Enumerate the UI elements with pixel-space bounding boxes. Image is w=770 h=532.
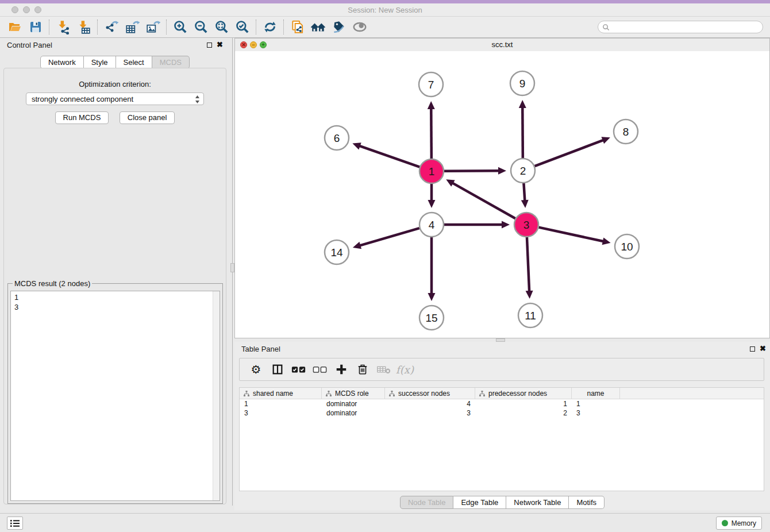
- show-all-views-button[interactable]: [308, 18, 329, 36]
- close-panel-button[interactable]: Close panel: [120, 111, 175, 124]
- graph-node-4[interactable]: 4: [419, 213, 444, 237]
- graph-edge-1-6[interactable]: [352, 142, 419, 167]
- eye-icon: [352, 20, 368, 34]
- control-panel: Control Panel ✖ Network Style Select MCD…: [0, 38, 230, 506]
- column-header[interactable]: predecessor nodes: [475, 388, 572, 399]
- column-header[interactable]: name: [572, 388, 620, 399]
- refresh-layout-button[interactable]: [260, 18, 280, 36]
- export-table-button[interactable]: [122, 18, 143, 36]
- trash-icon: [356, 363, 369, 376]
- tab-network-table[interactable]: Network Table: [506, 496, 569, 509]
- close-table-panel-icon[interactable]: ✖: [760, 344, 766, 353]
- graph-node-2[interactable]: 2: [511, 159, 535, 183]
- float-panel-icon[interactable]: [207, 43, 212, 48]
- graph-node-1[interactable]: 1: [419, 159, 444, 183]
- graph-node-3[interactable]: 3: [514, 213, 538, 237]
- control-panel-title: Control Panel: [7, 41, 52, 49]
- delete-column-button[interactable]: [352, 360, 373, 379]
- graph-node-15[interactable]: 15: [419, 306, 444, 330]
- select-all-columns-button[interactable]: [288, 360, 309, 379]
- graph-node-9[interactable]: 9: [510, 71, 534, 95]
- tab-select[interactable]: Select: [116, 56, 152, 69]
- toolbar-separator: [49, 20, 50, 34]
- network-canvas[interactable]: 1234678910111415: [235, 51, 769, 338]
- show-graphics-button[interactable]: [349, 18, 370, 36]
- edge-arrowhead-icon: [428, 200, 436, 208]
- graph-edge-3-11[interactable]: [526, 237, 533, 299]
- tab-motifs[interactable]: Motifs: [569, 496, 605, 509]
- export-network-button[interactable]: [101, 18, 122, 36]
- result-scrollbar[interactable]: [213, 291, 220, 500]
- vertical-divider-grip[interactable]: [230, 263, 234, 272]
- table-settings-button[interactable]: ⚙: [245, 360, 267, 379]
- close-panel-icon[interactable]: ✖: [217, 40, 223, 49]
- save-session-button[interactable]: [25, 18, 46, 36]
- memory-button[interactable]: Memory: [716, 516, 762, 530]
- tab-edge-table[interactable]: Edge Table: [453, 496, 506, 509]
- graph-edge-1-4[interactable]: [428, 184, 436, 208]
- zoom-selected-button[interactable]: [232, 18, 253, 36]
- graph-edge-4-14[interactable]: [353, 228, 419, 249]
- zoom-in-button[interactable]: [170, 18, 191, 36]
- export-image-button[interactable]: [143, 18, 163, 36]
- zoom-fit-button[interactable]: [211, 18, 232, 36]
- tab-node-table[interactable]: Node Table: [400, 496, 454, 509]
- status-bar: Memory: [0, 513, 770, 532]
- graph-edge-3-1[interactable]: [446, 179, 515, 218]
- toolbar-separator: [283, 20, 284, 34]
- search-input[interactable]: [612, 22, 763, 32]
- graph-edge-4-15[interactable]: [428, 237, 436, 301]
- graph-edge-4-3[interactable]: [444, 221, 510, 229]
- edge-arrowhead-icon: [428, 293, 436, 301]
- deselect-all-columns-button[interactable]: [309, 360, 330, 379]
- save-floppy-icon: [29, 20, 43, 34]
- delete-table-button[interactable]: [373, 360, 394, 379]
- run-mcds-button[interactable]: Run MCDS: [55, 111, 109, 124]
- graph-node-14[interactable]: 14: [325, 240, 349, 264]
- node-label: 3: [523, 219, 530, 231]
- tab-style[interactable]: Style: [84, 56, 116, 69]
- graph-edge-2-9[interactable]: [519, 100, 526, 158]
- graph-edge-2-8[interactable]: [535, 137, 610, 166]
- hide-labels-button[interactable]: [329, 18, 349, 36]
- zoom-out-button[interactable]: [191, 18, 211, 36]
- node-table[interactable]: shared nameMCDS rolesuccessor nodesprede…: [239, 387, 764, 491]
- os-titlebar: Session: New Session: [0, 3, 770, 17]
- task-history-button[interactable]: [7, 516, 23, 530]
- edge-arrowhead-icon: [352, 142, 361, 149]
- column-header[interactable]: successor nodes: [385, 388, 475, 399]
- split-panel-button[interactable]: [267, 360, 288, 379]
- delete-table-icon: [376, 364, 391, 375]
- graph-node-10[interactable]: 10: [615, 234, 639, 259]
- open-session-button[interactable]: [5, 18, 25, 36]
- graph-node-6[interactable]: 6: [325, 126, 349, 150]
- graph-edge-1-2[interactable]: [444, 167, 506, 175]
- graph-node-11[interactable]: 11: [518, 303, 542, 327]
- hierarchy-icon: [325, 390, 332, 397]
- table-row[interactable]: 1dominator411: [240, 399, 764, 408]
- graph-node-8[interactable]: 8: [614, 119, 638, 144]
- add-column-button[interactable]: [330, 360, 352, 379]
- graph-edge-1-7[interactable]: [428, 101, 435, 159]
- table-row[interactable]: 3dominator323: [240, 408, 764, 418]
- table-panel-title: Table Panel: [241, 345, 280, 353]
- column-header[interactable]: shared name: [240, 388, 322, 399]
- graph-node-7[interactable]: 7: [419, 72, 443, 97]
- toolbar-separator: [166, 20, 167, 34]
- search-field[interactable]: [598, 21, 763, 33]
- import-network-button[interactable]: [53, 18, 74, 36]
- node-label: 11: [525, 310, 536, 322]
- column-header[interactable]: MCDS role: [322, 388, 385, 399]
- float-table-panel-icon[interactable]: [750, 346, 755, 352]
- graph-edge-2-3[interactable]: [521, 183, 529, 208]
- function-builder-button[interactable]: f(x): [394, 360, 415, 379]
- clone-network-button[interactable]: [287, 18, 308, 36]
- mcds-result-textarea[interactable]: 13: [10, 291, 220, 501]
- import-table-button[interactable]: [74, 18, 94, 36]
- graph-edge-3-10[interactable]: [538, 228, 610, 245]
- vertical-split-divider[interactable]: [230, 38, 234, 506]
- tab-network[interactable]: Network: [40, 56, 84, 69]
- tab-mcds[interactable]: MCDS: [152, 56, 190, 69]
- plus-icon: [335, 363, 348, 376]
- criterion-select[interactable]: strongly connected component: [26, 92, 204, 105]
